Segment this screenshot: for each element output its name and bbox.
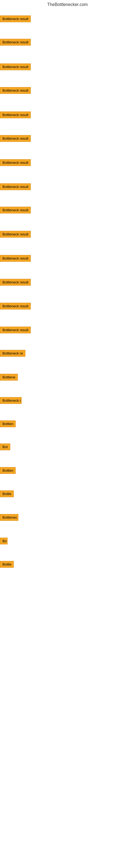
bottleneck-badge-row: Bottle	[0, 561, 14, 569]
bottleneck-badge-row: Bottleneck result	[0, 231, 31, 239]
bottleneck-badge-row: Bottleneck result	[0, 112, 31, 119]
bottleneck-badge-row: Bottleneck result	[0, 255, 31, 263]
bottleneck-badge-row: Bottleneck r	[0, 397, 21, 405]
bottleneck-result-badge[interactable]: Bottleneck result	[0, 207, 31, 214]
bottleneck-result-badge[interactable]: Bottleneck result	[0, 39, 31, 45]
bottleneck-badge-row: Bottleneck result	[0, 16, 31, 23]
bottleneck-badge-row: Bottleneck result	[0, 183, 31, 191]
bottleneck-badge-row: Bottleneck result	[0, 87, 31, 95]
bottleneck-result-badge[interactable]: Bottleneck re	[0, 350, 26, 357]
bottleneck-badge-row: Bottleneck result	[0, 207, 31, 215]
bottleneck-badge-row: Bottlenec	[0, 514, 18, 522]
bottleneck-result-badge[interactable]: Bot	[0, 443, 10, 450]
bottleneck-badge-row: Bottle	[0, 490, 14, 498]
bottleneck-result-badge[interactable]: Bottlen	[0, 467, 16, 474]
bottleneck-badge-row: Bot	[0, 443, 10, 452]
bottleneck-result-badge[interactable]: Bottleneck result	[0, 135, 31, 142]
bottleneck-result-badge[interactable]: Bottle	[0, 490, 14, 497]
bottleneck-badge-row: Bottleneck result	[0, 159, 31, 167]
bottleneck-result-badge[interactable]: Bottleneck result	[0, 255, 31, 262]
bottleneck-badge-row: Bottleneck result	[0, 303, 31, 311]
bottleneck-result-badge[interactable]: Bottleneck result	[0, 63, 31, 70]
bottleneck-result-badge[interactable]: Bo	[0, 538, 8, 545]
bottleneck-result-badge[interactable]: Bottlen	[0, 421, 16, 427]
bottleneck-badge-row: Bo	[0, 538, 8, 546]
bottleneck-result-badge[interactable]: Bottlenec	[0, 514, 18, 521]
bottleneck-badge-row: Bottleneck result	[0, 63, 31, 71]
bottleneck-badge-row: Bottleneck result	[0, 327, 31, 335]
bottleneck-result-badge[interactable]: Bottleneck result	[0, 303, 31, 310]
bottleneck-badge-row: Bottleneck re	[0, 350, 26, 358]
bottleneck-result-badge[interactable]: Bottleneck r	[0, 397, 21, 404]
bottleneck-result-badge[interactable]: Bottleneck result	[0, 183, 31, 190]
bottleneck-result-badge[interactable]: Bottleneck result	[0, 231, 31, 238]
bottleneck-result-badge[interactable]: Bottleneck result	[0, 16, 31, 22]
bottleneck-result-badge[interactable]: Bottleneck result	[0, 279, 31, 286]
bottleneck-result-badge[interactable]: Bottleneck result	[0, 87, 31, 94]
bottleneck-result-badge[interactable]: Bottleneck result	[0, 159, 31, 166]
bottleneck-result-badge[interactable]: Bottle	[0, 561, 14, 568]
bottleneck-badge-row: Bottlen	[0, 421, 16, 428]
bottleneck-badge-row: Bottleneck result	[0, 279, 31, 287]
bottleneck-badge-row: Bottleneck result	[0, 135, 31, 143]
bottleneck-result-badge[interactable]: Bottlene	[0, 374, 18, 380]
bottleneck-badge-row: Bottlen	[0, 467, 16, 475]
bottleneck-badge-row: Bottlene	[0, 374, 18, 382]
bottleneck-result-badge[interactable]: Bottleneck result	[0, 112, 31, 118]
bottleneck-badge-row: Bottleneck result	[0, 39, 31, 46]
bottleneck-result-badge[interactable]: Bottleneck result	[0, 327, 31, 333]
site-title: TheBottlenecker.com	[0, 0, 135, 8]
